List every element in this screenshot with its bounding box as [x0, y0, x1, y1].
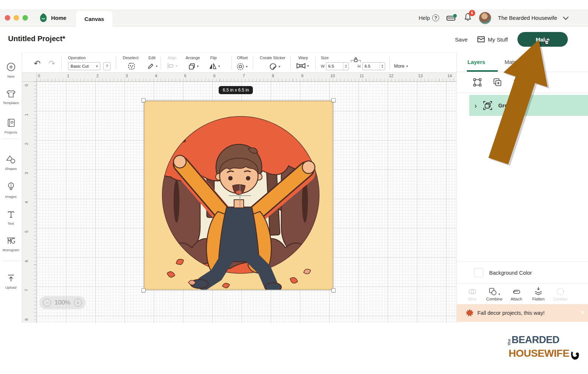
offset-button[interactable]: ▾ — [236, 63, 248, 71]
flip-label: Flip — [210, 56, 217, 60]
width-stepper[interactable]: ▲▼ — [343, 63, 348, 70]
minimize-window-button[interactable] — [14, 15, 19, 21]
sidebar-item-label: Projects — [0, 130, 22, 134]
tab-home[interactable]: Home — [39, 13, 67, 22]
deselect-label: Deselect — [123, 56, 139, 60]
notifications-button[interactable]: 6 — [463, 13, 472, 24]
combine-icon — [488, 287, 497, 296]
canvas-workspace[interactable]: 01234567891011121314 012345678 6.5 in x … — [22, 73, 456, 323]
my-stuff-button[interactable]: My Stuff — [477, 36, 508, 43]
selection-handle-bottom-right[interactable] — [331, 288, 336, 292]
banner-text: Fall decor projects, this way! — [477, 310, 545, 316]
operation-value: Basic Cut — [71, 64, 89, 68]
warp-label: Warp — [298, 56, 308, 60]
sidebar-item-upload[interactable]: Upload — [0, 273, 22, 289]
notification-badge: 6 — [469, 10, 475, 16]
more-button[interactable]: More ▾ — [394, 64, 408, 69]
flip-button[interactable]: ▾ — [209, 63, 220, 70]
sidebar-item-label: Shapes — [0, 167, 22, 171]
height-input[interactable]: 6.5 ▲▼ — [362, 62, 385, 70]
sidebar-item-monogram[interactable]: Monogram — [0, 236, 22, 252]
tab-layers[interactable]: Layers — [467, 59, 485, 65]
tab-materials[interactable]: Materials — [505, 59, 527, 65]
tab-canvas[interactable]: Canvas — [76, 11, 112, 26]
selection-handle-top-left[interactable] — [141, 98, 146, 102]
height-value: 6.5 — [363, 64, 380, 68]
height-stepper[interactable]: ▲▼ — [380, 63, 385, 70]
sidebar-item-images[interactable]: Images — [0, 182, 22, 199]
arrange-icon — [188, 63, 196, 70]
zoom-in-button[interactable]: + — [74, 299, 82, 307]
arrange-button[interactable]: ▾ — [188, 63, 199, 70]
align-label: Align — [168, 56, 176, 60]
sidebar-item-templates[interactable]: Templates — [0, 89, 22, 105]
background-color-row[interactable]: Background Color — [457, 262, 588, 284]
offset-icon — [236, 63, 244, 71]
canvas-tab-label: Canvas — [85, 16, 104, 22]
redo-button[interactable]: ↷ — [49, 59, 55, 68]
selection-bounding-box[interactable] — [143, 100, 334, 291]
undo-button[interactable]: ↶ — [34, 59, 40, 68]
combine-button[interactable]: ▾ Combine — [483, 286, 505, 301]
group-objects-icon[interactable] — [473, 78, 482, 87]
size-lock-icon[interactable] — [350, 57, 361, 63]
flatten-button[interactable]: Flatten — [527, 286, 549, 301]
pencil-icon — [147, 63, 154, 70]
operation-label: Operation — [68, 56, 86, 60]
sidebar-item-label: Upload — [0, 285, 22, 289]
slice-button: Slice — [461, 286, 483, 301]
project-title: Untitled Project* — [8, 35, 65, 43]
help-button[interactable]: Help ? — [419, 14, 439, 21]
sidebar-item-new[interactable]: New — [0, 62, 22, 78]
expand-chevron-icon[interactable]: › — [474, 102, 477, 109]
selection-handle-top-right[interactable] — [331, 98, 336, 102]
sidebar-item-projects[interactable]: Projects — [0, 118, 22, 134]
machine-status-icon[interactable] — [446, 13, 457, 23]
deselect-button[interactable] — [128, 63, 135, 70]
sidebar-item-label: Text — [0, 221, 22, 225]
banner-close-icon[interactable]: × — [581, 309, 584, 316]
sidebar-item-text[interactable]: Text — [0, 210, 22, 225]
account-name: The Bearded Housewife — [498, 15, 557, 21]
operation-select[interactable]: Basic Cut ▾ — [68, 62, 100, 70]
flatten-label: Flatten — [527, 297, 549, 301]
account-chevron-down-icon[interactable] — [563, 14, 569, 20]
warp-button[interactable]: ▾ — [296, 63, 309, 69]
save-button[interactable]: Save — [455, 36, 467, 43]
beard-icon — [570, 350, 580, 362]
close-window-button[interactable] — [5, 15, 10, 21]
zoom-out-button[interactable]: − — [43, 299, 51, 307]
edit-caret-icon: ▾ — [156, 64, 158, 68]
slice-label: Slice — [461, 297, 483, 301]
operation-help-button[interactable]: ? — [103, 62, 111, 70]
create-sticker-caret-icon: ▾ — [279, 65, 280, 68]
sidebar-item-shapes[interactable]: Shapes — [0, 155, 22, 171]
ruler-corner — [22, 73, 37, 82]
selection-handle-bottom-left[interactable] — [141, 288, 146, 292]
slice-icon — [468, 287, 477, 296]
delete-icon[interactable] — [513, 78, 521, 87]
window-controls — [5, 15, 28, 21]
make-button[interactable]: Make — [517, 32, 568, 47]
make-button-label: Make — [536, 36, 550, 43]
zoom-control[interactable]: − 100% + — [39, 296, 86, 309]
width-input[interactable]: 6.5 ▲▼ — [326, 62, 349, 70]
contour-icon — [556, 287, 565, 296]
contour-button: Contour — [549, 286, 571, 301]
create-sticker-button[interactable]: ▾ — [269, 63, 280, 71]
avatar[interactable] — [479, 12, 491, 24]
combine-caret-icon: ▾ — [498, 292, 500, 296]
fall-decor-banner[interactable]: Fall decor projects, this way! × — [457, 304, 588, 322]
maximize-window-button[interactable] — [22, 15, 28, 21]
attach-icon — [512, 287, 521, 296]
duplicate-icon[interactable] — [493, 78, 502, 87]
background-color-swatch[interactable] — [474, 268, 483, 277]
fall-boy-artwork[interactable] — [144, 101, 333, 290]
design-sidebar: New Templates Projects Shapes — [0, 53, 22, 323]
attach-button[interactable]: Attach — [505, 286, 527, 301]
sidebar-divider — [2, 261, 19, 261]
shapes-icon — [6, 155, 16, 164]
layer-row-group[interactable]: › Group — [469, 95, 588, 116]
edit-button[interactable]: ▾ — [147, 63, 158, 70]
zoom-level: 100% — [54, 299, 70, 306]
